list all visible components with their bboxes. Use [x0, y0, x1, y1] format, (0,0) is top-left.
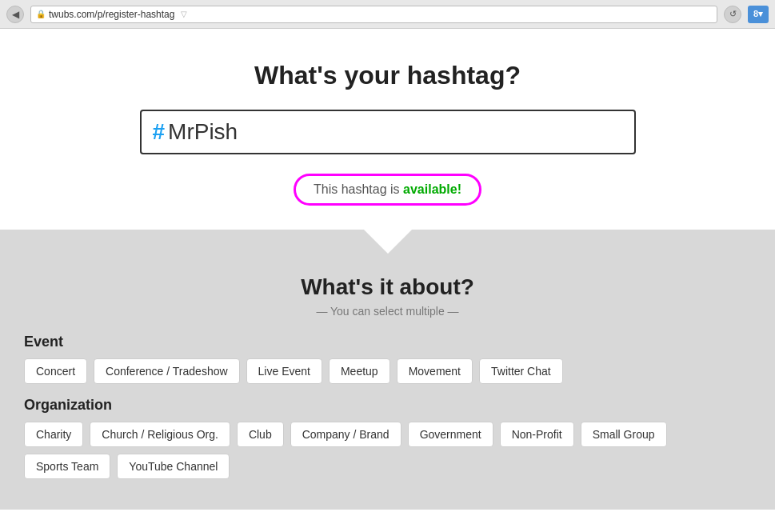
tag-live-event[interactable]: Live Event [246, 358, 322, 384]
top-section: What's your hashtag? # MrPish This hasht… [0, 29, 775, 230]
availability-badge: This hashtag is available! [294, 174, 481, 206]
back-button[interactable]: ◀ [6, 6, 24, 23]
browser-chrome: ◀ 🔒 twubs.com/p/register-hashtag ▽ ↺ 8▾ [0, 0, 775, 29]
lock-icon: 🔒 [36, 10, 46, 18]
organization-tags-row-2: Sports Team YouTube Channel [24, 454, 751, 479]
refresh-button[interactable]: ↺ [724, 6, 741, 23]
tag-meetup[interactable]: Meetup [329, 358, 390, 384]
hashtag-symbol: # [153, 119, 166, 145]
tag-government[interactable]: Government [408, 422, 493, 447]
url-text: twubs.com/p/register-hashtag [49, 9, 174, 20]
organization-tags-row-1: Charity Church / Religious Org. Club Com… [24, 422, 751, 447]
hashtag-value: MrPish [168, 119, 238, 145]
tag-twitter-chat[interactable]: Twitter Chat [479, 358, 563, 384]
event-label: Event [24, 334, 751, 350]
triangle-divider [364, 230, 412, 254]
tag-non-profit[interactable]: Non-Profit [500, 422, 574, 447]
section-subtitle: — You can select multiple — [24, 305, 751, 318]
tag-church-religious[interactable]: Church / Religious Org. [90, 422, 230, 447]
dropdown-icon: ▽ [181, 10, 187, 18]
hashtag-input[interactable]: # MrPish [140, 110, 636, 154]
available-word: available! [403, 182, 461, 196]
event-category: Event Concert Conference / Tradeshow Liv… [24, 334, 751, 384]
tag-conference-tradeshow[interactable]: Conference / Tradeshow [94, 358, 240, 384]
section-title: What's it about? [24, 262, 751, 300]
tag-small-group[interactable]: Small Group [581, 422, 667, 447]
availability-text: This hashtag is [314, 182, 403, 196]
organization-label: Organization [24, 397, 751, 414]
page-content: What's your hashtag? # MrPish This hasht… [0, 29, 775, 510]
page-title: What's your hashtag? [254, 61, 521, 90]
user-menu-button[interactable]: 8▾ [748, 6, 769, 23]
tag-company-brand[interactable]: Company / Brand [290, 422, 401, 447]
bottom-section: What's it about? — You can select multip… [0, 254, 775, 510]
tag-sports-team[interactable]: Sports Team [24, 454, 110, 479]
tag-movement[interactable]: Movement [397, 358, 473, 384]
event-tags-row: Concert Conference / Tradeshow Live Even… [24, 358, 751, 384]
address-bar[interactable]: 🔒 twubs.com/p/register-hashtag ▽ [30, 6, 717, 23]
tag-youtube-channel[interactable]: YouTube Channel [117, 454, 230, 479]
tag-charity[interactable]: Charity [24, 422, 83, 447]
tag-club[interactable]: Club [237, 422, 284, 447]
divider-area [0, 230, 775, 254]
organization-category: Organization Charity Church / Religious … [24, 397, 751, 479]
tag-concert[interactable]: Concert [24, 358, 87, 384]
